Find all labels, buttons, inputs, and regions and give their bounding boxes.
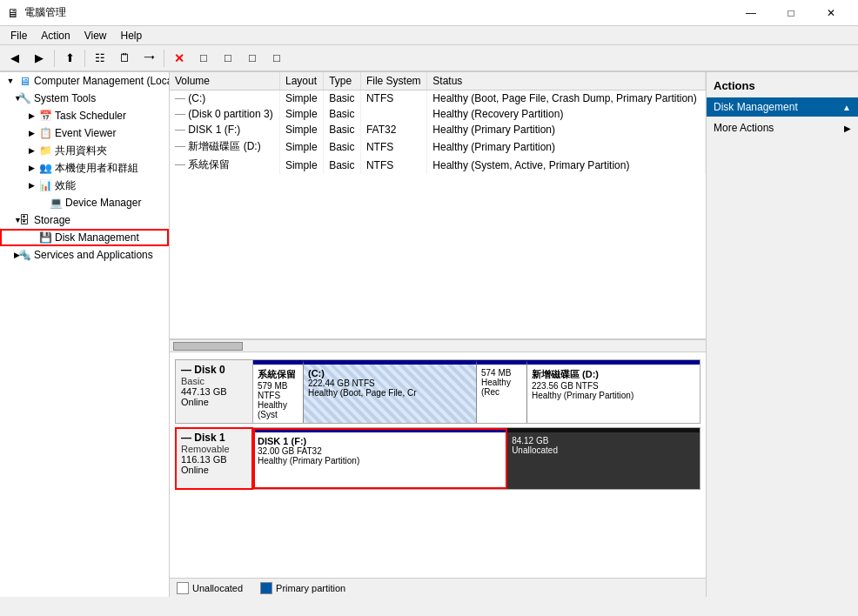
- partition[interactable]: DISK 1 (F:) 32.00 GB FAT32 Healthy (Prim…: [253, 428, 507, 489]
- toolbar-back[interactable]: ◀: [3, 48, 26, 69]
- partition[interactable]: 系統保留 579 MB NTFS Healthy (Syst: [253, 360, 304, 423]
- app-icon: 🖥: [7, 6, 19, 20]
- part-status: Healthy (Rec: [481, 378, 522, 397]
- toolbar-btn4[interactable]: □: [265, 48, 288, 69]
- tree-services[interactable]: ▶ 🔩 Services and Applications: [0, 246, 169, 264]
- disk-partitions: 系統保留 579 MB NTFS Healthy (Syst (C:) 222.…: [253, 359, 700, 424]
- tree-root[interactable]: ▼ 🖥 Computer Management (Local: [0, 72, 169, 90]
- col-filesystem[interactable]: File System: [360, 72, 426, 90]
- part-size: 84.12 GB: [512, 436, 695, 445]
- cell-type: Basic: [324, 137, 361, 156]
- tree-disk-mgmt-label: Disk Management: [55, 231, 139, 244]
- toolbar-properties[interactable]: 🗒: [113, 48, 136, 69]
- disk-size: 447.13 GB: [181, 386, 247, 397]
- more-actions-label: More Actions: [714, 122, 774, 134]
- table-row[interactable]: — DISK 1 (F:) Simple Basic FAT32 Healthy…: [170, 122, 706, 137]
- col-type[interactable]: Type: [324, 72, 361, 90]
- col-layout[interactable]: Layout: [279, 72, 323, 90]
- action-more-actions[interactable]: More Actions ▶: [707, 118, 858, 137]
- minimize-button[interactable]: —: [731, 0, 771, 26]
- task-icon: 📅: [38, 109, 52, 123]
- cell-layout: Simple: [279, 156, 323, 174]
- cell-volume: — 系統保留: [170, 156, 279, 174]
- part-name: 新增磁碟區 (D:): [532, 368, 695, 381]
- tree-disk-management[interactable]: 💾 Disk Management: [0, 229, 169, 246]
- titlebar-controls: — □ ✕: [731, 0, 851, 26]
- partition[interactable]: 84.12 GB Unallocated: [507, 428, 700, 489]
- cell-status: Healthy (Boot, Page File, Crash Dump, Pr…: [427, 90, 706, 107]
- toolbar-btn2[interactable]: □: [217, 48, 239, 69]
- cell-type: Basic: [324, 90, 361, 107]
- tree-task-scheduler[interactable]: ▶ 📅 Task Scheduler: [0, 107, 169, 124]
- cell-fs: NTFS: [360, 137, 426, 156]
- table-row[interactable]: — 新增磁碟區 (D:) Simple Basic NTFS Healthy (…: [170, 137, 706, 156]
- part-size: 574 MB: [481, 368, 522, 378]
- toolbar-show-hide[interactable]: ☷: [89, 48, 111, 69]
- toolbar-btn1[interactable]: □: [192, 48, 215, 69]
- col-volume[interactable]: Volume: [170, 72, 279, 90]
- unalloc-label: Unallocated: [192, 583, 243, 593]
- tree-event-viewer[interactable]: ▶ 📋 Event Viewer: [0, 124, 169, 142]
- close-button[interactable]: ✕: [811, 0, 851, 26]
- tree-shared-folders[interactable]: ▶ 📁 共用資料夾: [0, 142, 169, 159]
- tree-system-tools[interactable]: ▼ 🔧 System Tools: [0, 90, 169, 107]
- part-status: Unallocated: [512, 445, 695, 455]
- partition[interactable]: 新增磁碟區 (D:) 223.56 GB NTFS Healthy (Prima…: [527, 360, 700, 423]
- action-disk-mgmt-label: Disk Management: [714, 101, 798, 113]
- menu-view[interactable]: View: [77, 28, 114, 44]
- toolbar-btn3[interactable]: □: [241, 48, 264, 69]
- tree-root-label: Computer Management (Local: [34, 75, 170, 87]
- cell-fs: NTFS: [360, 156, 426, 174]
- tree-devmgr-label: Device Manager: [65, 197, 141, 209]
- disk-size: 116.13 GB: [181, 454, 247, 465]
- menu-help[interactable]: Help: [114, 28, 150, 44]
- legend-unallocated: Unallocated: [177, 582, 243, 594]
- tree-storage-label: Storage: [34, 214, 70, 226]
- actions-title: Actions: [707, 76, 858, 97]
- partition[interactable]: 574 MB Healthy (Rec: [477, 360, 527, 423]
- table-row[interactable]: — 系統保留 Simple Basic NTFS Healthy (System…: [170, 156, 706, 174]
- toolbar-forward[interactable]: ▶: [28, 48, 50, 69]
- hscroll-thumb[interactable]: [173, 342, 243, 351]
- expand-shared: ▶: [24, 146, 38, 155]
- disk-row: — Disk 0 Basic 447.13 GB Online 系統保留 579…: [175, 359, 700, 424]
- maximize-button[interactable]: □: [771, 0, 811, 26]
- chevron-up-icon: ▲: [842, 103, 851, 112]
- partition[interactable]: (C:) 222.44 GB NTFS Healthy (Boot, Page …: [304, 360, 477, 423]
- disk-type: Removable: [181, 444, 247, 454]
- col-status[interactable]: Status: [427, 72, 706, 90]
- cell-fs: [360, 106, 426, 122]
- toolbar-arrow[interactable]: ⭢: [137, 48, 160, 69]
- disk-row: — Disk 1 Removable 116.13 GB Online DISK…: [175, 427, 700, 490]
- expand-root: ▼: [3, 77, 17, 85]
- table-area: Volume Layout Type File System Status — …: [170, 72, 706, 339]
- titlebar: 🖥 電腦管理 — □ ✕: [0, 0, 858, 26]
- table-row[interactable]: — (C:) Simple Basic NTFS Healthy (Boot, …: [170, 90, 706, 107]
- hscroll-bar[interactable]: [170, 339, 706, 352]
- cell-layout: Simple: [279, 122, 323, 137]
- x-icon: ✕: [174, 51, 184, 65]
- cell-layout: Simple: [279, 137, 323, 156]
- tree-storage[interactable]: ▼ 🗄 Storage: [0, 211, 169, 229]
- computer-icon: 🖥: [17, 74, 31, 88]
- toolbar-sep-1: [54, 50, 55, 67]
- menu-action[interactable]: Action: [34, 28, 77, 44]
- cell-status: Healthy (Primary Partition): [427, 122, 706, 137]
- tree-device-manager[interactable]: 💻 Device Manager: [0, 194, 169, 211]
- statusbar: Unallocated Primary partition: [170, 578, 706, 597]
- disk-area: — Disk 0 Basic 447.13 GB Online 系統保留 579…: [170, 352, 706, 578]
- part-name: (C:): [308, 368, 472, 378]
- menu-file[interactable]: File: [3, 28, 34, 44]
- action-disk-management[interactable]: Disk Management ▲: [707, 97, 858, 117]
- disk-name: — Disk 0: [181, 364, 247, 376]
- toolbar-delete[interactable]: ✕: [168, 48, 191, 69]
- disk-status: Online: [181, 397, 247, 407]
- actions-panel: Actions Disk Management ▲ More Actions ▶: [706, 72, 858, 597]
- tree-local-users[interactable]: ▶ 👥 本機使用者和群組: [0, 159, 169, 177]
- tree-performance[interactable]: ▶ 📊 效能: [0, 177, 169, 194]
- menubar: File Action View Help: [0, 26, 858, 45]
- part-size: 579 MB NTFS: [258, 381, 298, 400]
- unalloc-box: [177, 582, 189, 594]
- table-row[interactable]: — (Disk 0 partition 3) Simple Basic Heal…: [170, 106, 706, 122]
- toolbar-up[interactable]: ⬆: [58, 48, 81, 69]
